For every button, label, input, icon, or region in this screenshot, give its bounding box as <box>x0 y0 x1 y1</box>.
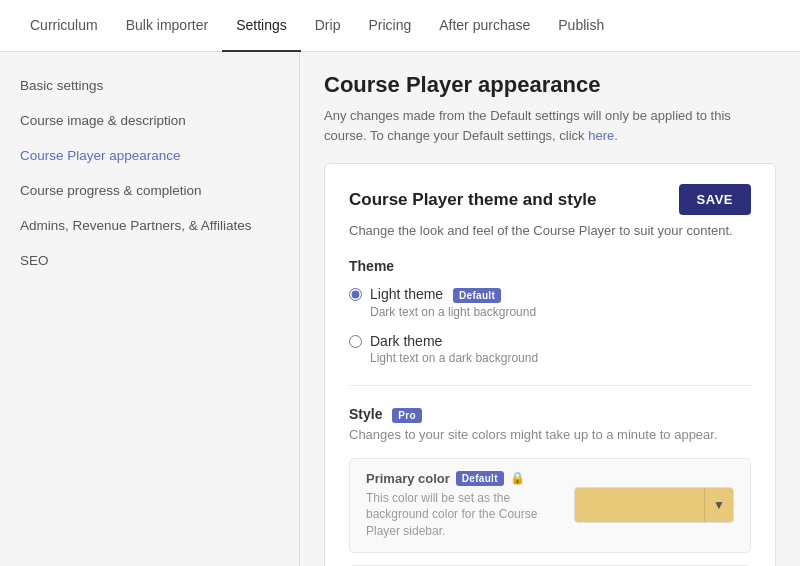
theme-section-label: Theme <box>349 258 751 274</box>
theme-card: Course Player theme and style SAVE Chang… <box>324 163 776 566</box>
lock-icon: 🔒 <box>510 471 525 485</box>
sidebar-item-seo[interactable]: SEO <box>0 243 299 278</box>
card-subtitle: Change the look and feel of the Course P… <box>349 223 751 238</box>
sidebar-item-course-progress[interactable]: Course progress & completion <box>0 173 299 208</box>
page-description: Any changes made from the Default settin… <box>324 106 776 145</box>
dark-theme-label: Dark theme <box>370 333 538 349</box>
light-theme-option[interactable]: Light theme Default Dark text on a light… <box>349 286 751 319</box>
nav-item-bulk-importer[interactable]: Bulk importer <box>112 0 222 52</box>
light-theme-radio[interactable] <box>349 288 362 301</box>
color-picker[interactable]: ▼ <box>574 487 734 523</box>
light-theme-label: Light theme Default <box>370 286 536 303</box>
layout: Basic settings Course image & descriptio… <box>0 52 800 566</box>
nav-item-publish[interactable]: Publish <box>544 0 618 52</box>
dark-theme-desc: Light text on a dark background <box>370 351 538 365</box>
primary-color-default-badge: Default <box>456 471 504 486</box>
style-label: Style <box>349 406 382 422</box>
style-desc: Changes to your site colors might take u… <box>349 427 751 442</box>
sidebar: Basic settings Course image & descriptio… <box>0 52 300 566</box>
dark-theme-radio[interactable] <box>349 335 362 348</box>
nav-item-after-purchase[interactable]: After purchase <box>425 0 544 52</box>
card-header: Course Player theme and style SAVE <box>349 184 751 215</box>
divider <box>349 385 751 386</box>
nav-item-curriculum[interactable]: Curriculum <box>16 0 112 52</box>
default-settings-link[interactable]: here. <box>588 128 618 143</box>
sidebar-item-course-image[interactable]: Course image & description <box>0 103 299 138</box>
top-nav: Curriculum Bulk importer Settings Drip P… <box>0 0 800 52</box>
nav-item-settings[interactable]: Settings <box>222 0 301 52</box>
light-theme-desc: Dark text on a light background <box>370 305 536 319</box>
dark-theme-option[interactable]: Dark theme Light text on a dark backgrou… <box>349 333 751 365</box>
card-title: Course Player theme and style <box>349 190 597 210</box>
nav-item-drip[interactable]: Drip <box>301 0 355 52</box>
nav-item-pricing[interactable]: Pricing <box>354 0 425 52</box>
save-button[interactable]: SAVE <box>679 184 751 215</box>
main-content: Course Player appearance Any changes mad… <box>300 52 800 566</box>
primary-color-left: Primary color Default 🔒 This color will … <box>366 471 554 540</box>
default-badge: Default <box>453 288 501 303</box>
primary-color-desc: This color will be set as the background… <box>366 490 554 540</box>
primary-color-label-row: Primary color Default 🔒 <box>366 471 554 486</box>
page-title: Course Player appearance <box>324 72 776 98</box>
primary-color-right: ▼ <box>574 487 734 523</box>
sidebar-item-course-player[interactable]: Course Player appearance <box>0 138 299 173</box>
sidebar-item-basic-settings[interactable]: Basic settings <box>0 68 299 103</box>
pro-badge: Pro <box>392 408 422 423</box>
color-caret-icon[interactable]: ▼ <box>704 488 733 522</box>
primary-color-row: Primary color Default 🔒 This color will … <box>349 458 751 553</box>
color-swatch <box>575 488 704 522</box>
style-section-header: Style Pro <box>349 406 751 423</box>
sidebar-item-admins[interactable]: Admins, Revenue Partners, & Affiliates <box>0 208 299 243</box>
